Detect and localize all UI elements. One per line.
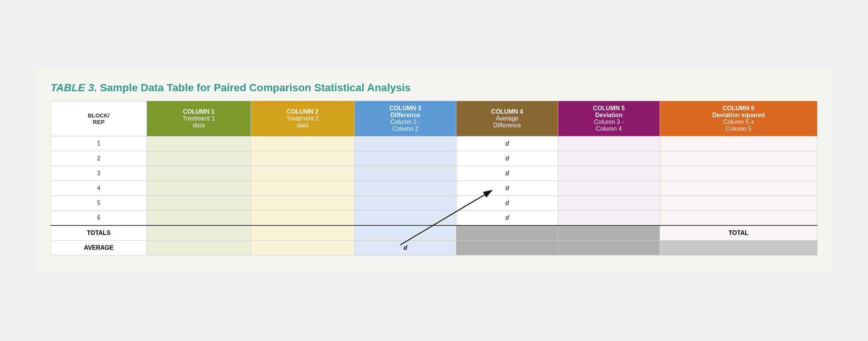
table-wrapper: BLOCK/REP COLUMN 1 Treatment 1data COLUM… (51, 101, 817, 255)
block-5: 5 (51, 196, 147, 211)
table-row: 1 d (51, 136, 817, 151)
col4-sub: AverageDifference (459, 115, 555, 129)
row5-col6 (660, 196, 817, 211)
header-column2: COLUMN 2 Treatment 2data (251, 101, 355, 136)
row5-col5 (558, 196, 660, 211)
row1-col3 (355, 136, 456, 151)
col1-label: COLUMN 1 (150, 108, 248, 115)
row1-col2 (251, 136, 355, 151)
col6-sub-bold: Deviation squared (663, 112, 814, 119)
avg-col2 (251, 241, 355, 255)
block-2: 2 (51, 151, 147, 166)
avg-col5 (558, 241, 660, 255)
row4-col2 (251, 181, 355, 196)
row4-col3 (355, 181, 456, 196)
table-row: 5 d (51, 196, 817, 211)
col5-sub: Column 3 -Column 4 (561, 119, 657, 132)
col4-label: COLUMN 4 (459, 108, 555, 115)
avg-col3: d (355, 241, 456, 255)
row3-col1 (147, 166, 251, 181)
avg-col6 (660, 241, 817, 255)
row2-col5 (558, 151, 660, 166)
row6-col3 (355, 211, 456, 226)
row4-col6 (660, 181, 817, 196)
block-4: 4 (51, 181, 147, 196)
row3-col2 (251, 166, 355, 181)
totals-col5 (558, 225, 660, 241)
row1-col4: d (456, 136, 558, 151)
header-column5: COLUMN 5 Deviation Column 3 -Column 4 (558, 101, 660, 136)
title-prefix: TABLE 3. (51, 82, 97, 94)
row2-col4: d (456, 151, 558, 166)
row2-col2 (251, 151, 355, 166)
row5-col1 (147, 196, 251, 211)
row4-col4: d (456, 181, 558, 196)
row5-col4: d (456, 196, 558, 211)
totals-label: TOTALS (51, 225, 147, 241)
col3-sub: Column 1 -Column 2 (358, 119, 453, 132)
header-column1: COLUMN 1 Treatment 1data (147, 101, 251, 136)
table-row: 3 d (51, 166, 817, 181)
totals-col4 (456, 225, 558, 241)
col1-sub: Treatment 1data (150, 115, 248, 129)
table-row: 6 d (51, 211, 817, 226)
block-3: 3 (51, 166, 147, 181)
main-table: BLOCK/REP COLUMN 1 Treatment 1data COLUM… (51, 101, 817, 255)
block-6: 6 (51, 211, 147, 226)
row6-col2 (251, 211, 355, 226)
col3-sub-bold: Difference (358, 112, 453, 119)
block-1: 1 (51, 136, 147, 151)
table-row: 4 d (51, 181, 817, 196)
row3-col3 (355, 166, 456, 181)
title-text: Sample Data Table for Paired Comparison … (97, 82, 410, 94)
average-row: AVERAGE d (51, 241, 817, 255)
row1-col6 (660, 136, 817, 151)
table-row: 2 d (51, 151, 817, 166)
row4-col5 (558, 181, 660, 196)
avg-col4 (456, 241, 558, 255)
col5-label: COLUMN 5 (561, 105, 657, 112)
row2-col1 (147, 151, 251, 166)
row5-col3 (355, 196, 456, 211)
totals-col6: TOTAL (660, 225, 817, 241)
row6-col1 (147, 211, 251, 226)
totals-col3 (355, 225, 456, 241)
row6-col5 (558, 211, 660, 226)
row2-col3 (355, 151, 456, 166)
row2-col6 (660, 151, 817, 166)
row6-col6 (660, 211, 817, 226)
average-label: AVERAGE (51, 241, 147, 255)
totals-row: TOTALS TOTAL (51, 225, 817, 241)
totals-col2 (251, 225, 355, 241)
row4-col1 (147, 181, 251, 196)
row3-col6 (660, 166, 817, 181)
row1-col1 (147, 136, 251, 151)
row1-col5 (558, 136, 660, 151)
col5-sub-bold: Deviation (561, 112, 657, 119)
header-column3: COLUMN 3 Difference Column 1 -Column 2 (355, 101, 456, 136)
row3-col4: d (456, 166, 558, 181)
row5-col2 (251, 196, 355, 211)
row6-col4: d (456, 211, 558, 226)
header-column4: COLUMN 4 AverageDifference (456, 101, 558, 136)
col6-sub: Column 5 xColumn 5 (663, 119, 814, 132)
avg-col1 (147, 241, 251, 255)
row3-col5 (558, 166, 660, 181)
header-column6: COLUMN 6 Deviation squared Column 5 xCol… (660, 101, 817, 136)
page-container: TABLE 3. Sample Data Table for Paired Co… (35, 70, 833, 271)
table-title: TABLE 3. Sample Data Table for Paired Co… (51, 82, 817, 94)
col2-sub: Treatment 2data (254, 115, 352, 129)
header-row: BLOCK/REP COLUMN 1 Treatment 1data COLUM… (51, 101, 817, 136)
header-block-rep: BLOCK/REP (51, 101, 147, 136)
totals-col1 (147, 225, 251, 241)
col2-label: COLUMN 2 (254, 108, 352, 115)
col3-label: COLUMN 3 (358, 105, 453, 112)
col6-label: COLUMN 6 (663, 105, 814, 112)
